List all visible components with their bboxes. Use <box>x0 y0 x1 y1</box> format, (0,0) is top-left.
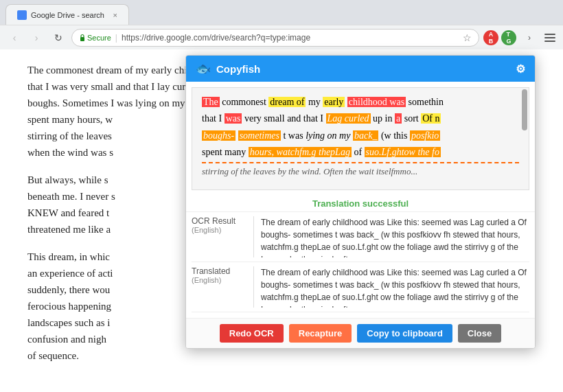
secure-indicator: Secure <box>79 34 111 42</box>
ocr-line-4: spent many hours, watchfm.g thepLag of s… <box>202 145 519 160</box>
copyfish-header: 🐟 Copyfish ⚙ <box>186 56 535 82</box>
highlight-of-n: Of n <box>421 113 441 124</box>
translated-label: Translated (English) <box>192 266 246 308</box>
ocr-line-3: boughs- sometimes t was lying on my back… <box>202 128 519 143</box>
highlight-back: back_ <box>353 130 378 141</box>
ocr-line-5: stirring of the leaves by the wind. Ofte… <box>202 162 519 179</box>
highlight-hours: hours, watchfm.g thepLag <box>249 147 352 157</box>
copy-to-clipboard-button[interactable]: Copy to clipboard <box>357 324 452 343</box>
translated-text: The dream of early childhood was Like th… <box>261 266 529 308</box>
result-separator-2 <box>253 266 254 308</box>
tab-favicon <box>17 10 27 20</box>
copyfish-title: Copyfish <box>216 63 260 75</box>
ocr-result-label: OCR Result (English) <box>192 216 246 257</box>
highlight-boughs: boughs- <box>202 130 235 141</box>
result-separator-1 <box>253 216 254 257</box>
ocr-scrollbar[interactable] <box>522 89 527 130</box>
copyfish-logo-icon: 🐟 <box>196 61 211 76</box>
highlight-posfkio: posfkio <box>410 130 440 141</box>
highlight-sometimes: sometimes <box>238 130 281 141</box>
highlight-the: The <box>202 97 220 107</box>
tab-bar: Google Drive - search × <box>0 0 563 25</box>
highlight-childhood-was: childhood was <box>347 97 406 107</box>
close-button[interactable]: Close <box>458 324 501 343</box>
main-content: The commonest dream of my early childhoo… <box>0 41 563 392</box>
svg-rect-0 <box>80 37 84 41</box>
lock-icon <box>79 34 86 42</box>
highlight-was: was <box>225 113 242 124</box>
highlight-a: a <box>395 113 402 124</box>
copyfish-header-left: 🐟 Copyfish <box>196 61 260 76</box>
settings-gear-icon[interactable]: ⚙ <box>516 62 525 76</box>
highlight-suo: suo.Lf.ghtow the fo <box>365 147 441 157</box>
ocr-line-1: The commonest dream of my early childhoo… <box>202 95 519 110</box>
ocr-image-content: The commonest dream of my early childhoo… <box>192 88 529 187</box>
highlight-dream-of: dream of <box>268 97 306 107</box>
redo-ocr-button[interactable]: Redo OCR <box>220 324 284 343</box>
translation-status: Translation successful <box>186 196 535 212</box>
recapture-button[interactable]: Recapture <box>289 324 352 343</box>
translated-result-row: Translated (English) The dream of early … <box>192 262 529 312</box>
ocr-line-2: that I was very small and that I Lag cur… <box>202 111 519 126</box>
action-buttons-bar: Redo OCR Recapture Copy to clipboard Clo… <box>186 318 535 348</box>
ocr-result-row: OCR Result (English) The dream of early … <box>192 212 529 262</box>
results-area: OCR Result (English) The dream of early … <box>186 212 535 318</box>
tab-close-button[interactable]: × <box>113 11 117 19</box>
highlight-lag-curled: Lag curled <box>326 113 371 124</box>
browser-tab[interactable]: Google Drive - search × <box>5 4 129 25</box>
ocr-image-area: The commonest dream of my early childhoo… <box>192 87 529 190</box>
browser-chrome: Google Drive - search × ‹ › ↻ Secure | h… <box>0 0 563 41</box>
copyfish-panel: 🐟 Copyfish ⚙ The commonest dream of my e… <box>185 55 536 349</box>
ocr-result-text: The dream of early childhood was Like th… <box>261 216 529 257</box>
highlight-early: early <box>323 97 345 107</box>
tab-title: Google Drive - search <box>31 11 104 19</box>
